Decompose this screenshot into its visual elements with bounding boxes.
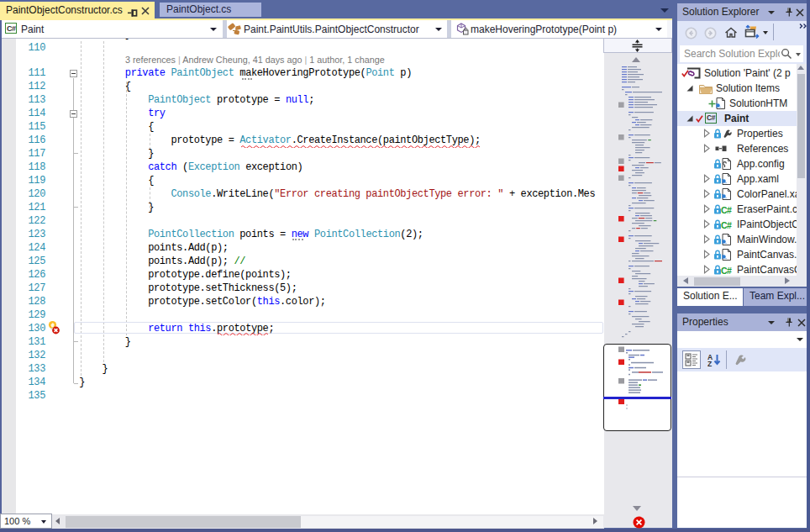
svg-text:Z: Z bbox=[707, 360, 712, 367]
